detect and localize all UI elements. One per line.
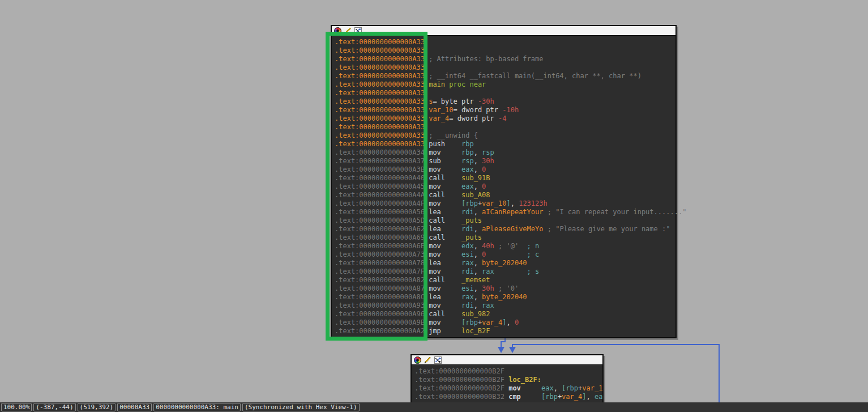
- edit-pencil-icon[interactable]: [344, 27, 352, 35]
- code-segment: ,: [474, 293, 482, 301]
- code-line[interactable]: .text:0000000000000A3B mov eax, 0: [335, 165, 675, 174]
- code-segment: ,: [474, 225, 482, 233]
- code-line[interactable]: .text:0000000000000A33 var_10= dword ptr…: [335, 106, 675, 114]
- code-segment: = dword ptr: [454, 106, 503, 114]
- code-line[interactable]: .text:0000000000000A73 mov esi, 0 ; c: [335, 250, 675, 259]
- code-line[interactable]: .text:0000000000000A33 var_4= dword ptr …: [335, 114, 675, 123]
- code-segment: sub_A08: [461, 191, 490, 199]
- code-segment: mov: [429, 165, 461, 173]
- status-bar: 100.00%(-387,-44)(519,392)00000A33000000…: [0, 402, 868, 412]
- code-line[interactable]: .text:0000000000000B2F mov eax, [rbp+var…: [414, 384, 602, 393]
- color-wheel-icon[interactable]: [414, 356, 421, 364]
- code-segment: push: [429, 140, 461, 148]
- code-segment: -30h: [478, 97, 494, 105]
- code-line[interactable]: .text:0000000000000A82 call _memset: [335, 276, 675, 284]
- code-line[interactable]: .text:0000000000000A33: [335, 123, 675, 131]
- ida-graph-view: { "colors": { "canvas_bg": "#aeaeae", "n…: [0, 0, 868, 412]
- code-line[interactable]: .text:0000000000000A33: [335, 89, 675, 97]
- address-label: .text:0000000000000A4F: [335, 199, 429, 207]
- code-segment: call: [429, 276, 461, 284]
- address-label: .text:0000000000000B2F: [414, 367, 508, 375]
- code-segment: call: [429, 191, 461, 199]
- code-line[interactable]: .text:0000000000000A33 ; __unwind {: [335, 131, 675, 140]
- code-segment: ; c: [527, 250, 540, 258]
- code-line[interactable]: .text:0000000000000A93 mov rdi, rax: [335, 301, 675, 310]
- code-segment: byte_202040: [482, 293, 527, 301]
- code-line[interactable]: .text:0000000000000A40 call sub_91B: [335, 174, 675, 182]
- code-segment: ,: [474, 148, 482, 156]
- code-segment: ,: [474, 250, 482, 258]
- node-titlebar[interactable]: [412, 355, 602, 365]
- code-line[interactable]: .text:0000000000000B32 cmp [rbp+var_4], …: [414, 393, 602, 401]
- edit-pencil-icon[interactable]: [424, 356, 431, 364]
- code-segment: mov: [429, 301, 461, 309]
- code-line[interactable]: .text:0000000000000A8C lea rax, byte_202…: [335, 293, 675, 301]
- code-segment: mov: [429, 318, 461, 326]
- address-label: .text:0000000000000A40: [335, 174, 429, 182]
- code-segment: rsp: [482, 148, 494, 156]
- graph-node-main[interactable]: .text:0000000000000A33 .text:00000000000…: [331, 25, 677, 338]
- code-segment: _puts: [461, 216, 482, 224]
- code-line[interactable]: .text:0000000000000A33 ; Attributes: bp-…: [335, 55, 675, 63]
- code-line[interactable]: .text:0000000000000B2F loc_B2F:: [414, 376, 602, 384]
- code-segment: ; n: [527, 242, 540, 250]
- code-segment: rbp: [461, 140, 474, 148]
- code-line[interactable]: .text:0000000000000A33 main proc near: [335, 80, 675, 89]
- color-wheel-icon[interactable]: [334, 27, 341, 35]
- code-line[interactable]: .text:0000000000000A33: [335, 46, 675, 55]
- shuffle-arrows-icon[interactable]: [434, 356, 442, 364]
- code-segment: ; '0': [498, 284, 519, 292]
- graph-node-loc-b2f[interactable]: .text:0000000000000B2F .text:00000000000…: [411, 354, 604, 403]
- code-line[interactable]: .text:0000000000000A34 mov rbp, rsp: [335, 148, 675, 157]
- code-line[interactable]: .text:0000000000000A4A call sub_A08: [335, 191, 675, 199]
- code-line[interactable]: .text:0000000000000A45 mov eax, 0: [335, 182, 675, 191]
- code-line[interactable]: .text:0000000000000A37 sub rsp, 30h: [335, 157, 675, 165]
- address-label: .text:0000000000000A8C: [335, 293, 429, 301]
- code-segment: ,: [474, 182, 482, 190]
- shuffle-arrows-icon[interactable]: [354, 27, 362, 35]
- code-line[interactable]: .text:0000000000000A5D call _puts: [335, 216, 675, 225]
- address-label: .text:0000000000000A33: [335, 80, 429, 88]
- code-segment: mov: [429, 250, 461, 258]
- code-segment: eax: [461, 165, 474, 173]
- address-label: .text:0000000000000A33: [335, 89, 429, 97]
- code-segment: sub: [429, 157, 461, 165]
- edge-arrowhead-icon: [509, 347, 516, 353]
- code-line[interactable]: .text:0000000000000A7F mov rdi, rax ; s: [335, 267, 675, 276]
- code-segment: esi: [461, 284, 474, 292]
- code-line[interactable]: .text:0000000000000A33 ; __int64 __fastc…: [335, 72, 675, 80]
- code-segment: ; s: [527, 267, 540, 275]
- code-segment: cmp: [508, 393, 541, 401]
- code-line[interactable]: .text:0000000000000A33 s= byte ptr -30h: [335, 97, 675, 106]
- address-label: .text:0000000000000A6E: [335, 242, 429, 250]
- code-segment: ; '@': [498, 242, 519, 250]
- code-line[interactable]: .text:0000000000000AA2 jmp loc_B2F: [335, 327, 675, 335]
- code-segment: rdi: [461, 208, 474, 216]
- address-label: .text:0000000000000A33: [335, 106, 429, 114]
- code-line[interactable]: .text:0000000000000A78 lea rax, byte_202…: [335, 259, 675, 267]
- code-line[interactable]: .text:0000000000000A6E mov edx, 40h ; '@…: [335, 242, 675, 250]
- disassembly-listing: .text:0000000000000B2F .text:00000000000…: [412, 365, 602, 401]
- code-line[interactable]: .text:0000000000000A9B mov [rbp+var_4], …: [335, 318, 675, 327]
- code-segment: eax: [541, 384, 554, 392]
- address-label: .text:0000000000000A96: [335, 310, 429, 318]
- code-segment: [rbp: [461, 318, 478, 326]
- address-label: .text:0000000000000A33: [335, 140, 429, 148]
- code-line[interactable]: .text:0000000000000A96 call sub_982: [335, 310, 675, 318]
- code-segment: _puts: [461, 233, 482, 241]
- code-line[interactable]: .text:0000000000000A87 mov esi, 30h ; '0…: [335, 284, 675, 293]
- code-line[interactable]: .text:0000000000000A62 lea rdi, aPleaseG…: [335, 225, 675, 233]
- code-line[interactable]: .text:0000000000000A33 push rbp: [335, 140, 675, 148]
- code-line[interactable]: .text:0000000000000A33: [335, 63, 675, 72]
- address-label: .text:0000000000000A33: [335, 46, 429, 54]
- address-label: .text:0000000000000A34: [335, 148, 429, 156]
- code-segment: [543, 225, 547, 233]
- code-segment: eax: [461, 182, 474, 190]
- code-line[interactable]: .text:0000000000000A4F mov [rbp+var_10],…: [335, 199, 675, 208]
- code-line[interactable]: .text:0000000000000A33: [335, 38, 675, 46]
- code-line[interactable]: .text:0000000000000A56 lea rdi, aICanRep…: [335, 208, 675, 216]
- address-label: .text:0000000000000AA2: [335, 327, 429, 335]
- node-titlebar[interactable]: [332, 26, 675, 36]
- code-line[interactable]: .text:0000000000000A69 call _puts: [335, 233, 675, 242]
- code-line[interactable]: .text:0000000000000B2F: [414, 367, 602, 376]
